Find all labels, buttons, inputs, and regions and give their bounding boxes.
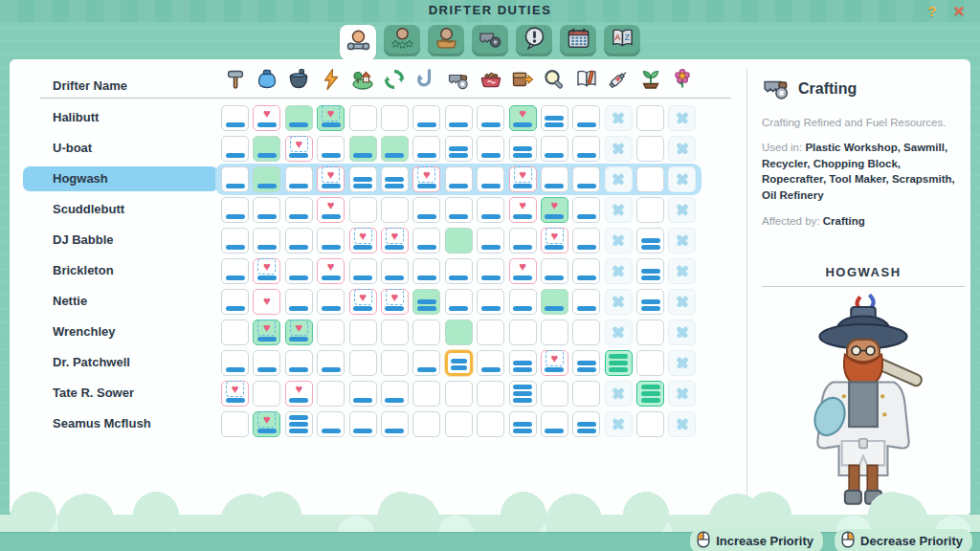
duty-cell-fishing[interactable] — [412, 320, 440, 345]
duty-cell-recycling[interactable] — [381, 258, 409, 284]
duty-cell-cooking[interactable] — [285, 289, 313, 315]
duty-cell-research[interactable] — [541, 136, 568, 162]
duty-cell-energy[interactable] — [317, 136, 345, 162]
duty-cell-pet-food[interactable] — [477, 258, 504, 284]
duty-cell-cooking[interactable] — [285, 197, 313, 223]
duty-cell-cooking[interactable] — [285, 228, 313, 253]
tab-relationships[interactable] — [384, 25, 420, 56]
duty-cell-recycling[interactable] — [381, 197, 409, 223]
duty-cell-teaching[interactable] — [572, 350, 600, 376]
duty-cell-teaching[interactable] — [572, 320, 600, 345]
duty-cell-island[interactable]: ♥ — [349, 228, 377, 253]
duty-cell-hauling[interactable] — [509, 320, 537, 345]
duty-cell-building[interactable]: ♥ — [221, 381, 249, 407]
duty-cell-fishing[interactable] — [412, 105, 440, 131]
building-duty-icon[interactable] — [221, 65, 249, 94]
duty-cell-teaching[interactable] — [572, 289, 600, 315]
duty-cell-gardening[interactable] — [668, 136, 696, 162]
duty-cell-farming[interactable] — [636, 289, 664, 315]
duty-cell-fishing[interactable] — [412, 381, 440, 407]
duty-cell-hauling[interactable] — [509, 289, 537, 315]
duty-cell-recycling[interactable] — [381, 350, 409, 376]
close-button[interactable]: ✕ — [949, 2, 969, 21]
duty-cell-farming[interactable] — [636, 228, 664, 253]
duty-cell-research[interactable]: ♥ — [541, 350, 568, 376]
healing-duty-icon[interactable] — [605, 65, 633, 94]
duty-cell-recycling[interactable] — [381, 381, 409, 407]
duty-cell-research[interactable] — [541, 289, 568, 315]
duty-cell-island[interactable] — [349, 166, 377, 192]
duty-cell-water[interactable]: ♥ — [253, 411, 280, 437]
duty-cell-gardening[interactable] — [668, 320, 696, 345]
drifter-name[interactable]: Wrenchley — [23, 320, 218, 344]
duty-cell-research[interactable]: ♥ — [541, 228, 568, 253]
duty-cell-water[interactable] — [253, 136, 280, 162]
duty-cell-gardening[interactable] — [668, 228, 696, 253]
gardening-duty-icon[interactable] — [668, 65, 696, 94]
duty-cell-hauling[interactable] — [509, 136, 537, 162]
recycling-duty-icon[interactable] — [381, 65, 409, 94]
duty-cell-gardening[interactable] — [668, 197, 696, 223]
duty-cell-water[interactable] — [253, 381, 280, 407]
duty-cell-fishing[interactable] — [412, 350, 440, 376]
duty-cell-research[interactable] — [541, 105, 568, 131]
duty-cell-farming[interactable] — [636, 136, 664, 162]
drifter-name[interactable]: Hogwash — [23, 166, 218, 191]
duty-cell-energy[interactable] — [317, 228, 345, 253]
duty-cell-hauling[interactable] — [509, 350, 537, 376]
tab-alerts[interactable] — [516, 25, 552, 56]
duty-cell-water[interactable]: ♥ — [253, 258, 280, 284]
duty-cell-fishing[interactable] — [412, 228, 440, 253]
duty-cell-pet-food[interactable] — [477, 105, 504, 131]
duty-cell-healing[interactable] — [605, 381, 633, 407]
duty-cell-pet-food[interactable] — [477, 197, 504, 223]
duty-cell-crafting[interactable] — [445, 105, 473, 131]
duty-cell-hauling[interactable]: ♥ — [509, 105, 537, 131]
duty-cell-research[interactable] — [541, 320, 568, 345]
duty-cell-research[interactable]: ♥ — [541, 197, 568, 223]
duty-cell-energy[interactable] — [317, 381, 345, 407]
duty-cell-building[interactable] — [221, 136, 249, 162]
duty-cell-farming[interactable] — [636, 411, 664, 437]
fishing-duty-icon[interactable] — [412, 65, 440, 94]
duty-cell-energy[interactable] — [317, 350, 345, 376]
tab-schedule[interactable] — [560, 25, 596, 56]
duty-cell-recycling[interactable] — [381, 411, 409, 437]
duty-cell-research[interactable] — [541, 166, 568, 192]
duty-cell-farming[interactable] — [636, 381, 664, 407]
duty-cell-pet-food[interactable] — [477, 411, 504, 437]
duty-cell-fishing[interactable] — [412, 258, 440, 284]
tab-duties[interactable] — [340, 25, 376, 60]
duty-cell-building[interactable] — [221, 320, 249, 345]
drifter-name[interactable]: Tate R. Sower — [23, 381, 218, 406]
island-duty-icon[interactable] — [349, 65, 377, 94]
duty-cell-teaching[interactable] — [572, 105, 600, 131]
duty-cell-crafting[interactable] — [445, 258, 473, 284]
duty-cell-recycling[interactable]: ♥ — [381, 228, 409, 253]
duty-cell-recycling[interactable] — [381, 105, 409, 131]
farming-duty-icon[interactable] — [636, 65, 664, 94]
duty-cell-healing[interactable] — [605, 166, 633, 192]
duty-cell-pet-food[interactable] — [477, 381, 504, 407]
hauling-duty-icon[interactable] — [509, 65, 537, 94]
duty-cell-pet-food[interactable] — [477, 166, 504, 192]
duty-cell-building[interactable] — [221, 166, 249, 192]
duty-cell-cooking[interactable]: ♥ — [285, 320, 313, 345]
duty-cell-building[interactable] — [221, 105, 249, 131]
duty-cell-pet-food[interactable] — [477, 320, 504, 345]
pet-food-duty-icon[interactable] — [477, 65, 504, 94]
duty-cell-research[interactable] — [541, 411, 568, 437]
duty-cell-building[interactable] — [221, 289, 249, 315]
duty-cell-energy[interactable] — [317, 320, 345, 345]
duty-cell-cooking[interactable] — [285, 105, 313, 131]
duty-cell-island[interactable] — [349, 350, 377, 376]
drifter-name[interactable]: Seamus Mcflush — [23, 411, 218, 436]
duty-cell-fishing[interactable] — [412, 136, 440, 162]
duty-cell-recycling[interactable] — [381, 166, 409, 192]
duty-cell-farming[interactable] — [636, 105, 664, 131]
duty-cell-healing[interactable] — [605, 350, 633, 376]
duty-cell-teaching[interactable] — [572, 197, 600, 223]
duty-cell-gardening[interactable] — [668, 166, 696, 192]
duty-cell-healing[interactable] — [605, 258, 633, 284]
duty-cell-water[interactable] — [253, 350, 280, 376]
